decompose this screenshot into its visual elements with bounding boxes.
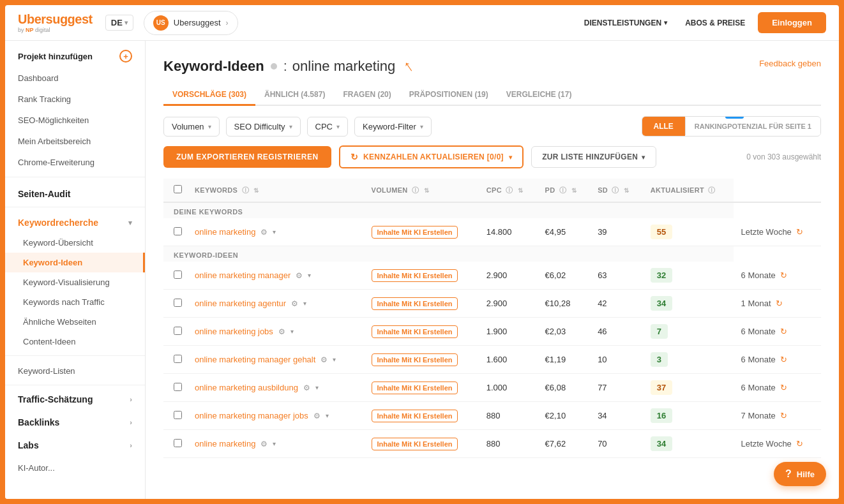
row-checkbox[interactable] [174, 327, 182, 335]
chevron-down-icon[interactable]: ▾ [303, 300, 306, 307]
tools-icon[interactable]: ⚙ [313, 411, 320, 420]
sort-icon[interactable]: ⇅ [571, 187, 576, 194]
view-alle-button[interactable]: ALLE [642, 117, 685, 136]
volumen-filter[interactable]: Volumen ▾ [163, 117, 220, 137]
keyword-filter[interactable]: Keyword-Filter ▾ [354, 117, 432, 137]
view-ranking-button[interactable]: RANKINGPOTENZIAL FÜR SEITE 1 [685, 117, 820, 135]
refresh-icon[interactable]: ↻ [780, 271, 787, 280]
logo[interactable]: Ubersuggest by NP digital [18, 12, 93, 33]
sidebar-item-dashboard[interactable]: Dashboard [5, 68, 145, 89]
tab-vorschlaege[interactable]: VORSCHLÄGE (303) [163, 85, 255, 106]
sidebar-section-labs[interactable]: Labs › [5, 434, 145, 457]
tab-praepositionen[interactable]: PRÄPOSITIONEN (19) [400, 85, 497, 106]
sidebar-item-mein-arbeitsbereich[interactable]: Mein Arbeitsbereich [5, 131, 145, 152]
sort-icon[interactable]: ⇅ [518, 187, 523, 194]
tools-icon[interactable]: ⚙ [278, 327, 285, 336]
keyword-link[interactable]: online marketing agentur [195, 299, 286, 308]
row-checkbox[interactable] [174, 355, 182, 363]
help-button[interactable]: ? Hilfe [774, 462, 826, 486]
sidebar-item-keyword-uebersicht[interactable]: Keyword-Übersicht [5, 233, 145, 253]
refresh-icon[interactable]: ↻ [796, 227, 803, 237]
tab-aehnlich[interactable]: ÄHNLICH (4.587) [255, 85, 334, 106]
add-list-button[interactable]: ZUR LISTE HINZUFÜGEN ▾ [531, 146, 656, 168]
export-register-button[interactable]: ZUM EXPORTIEREN REGISTRIEREN [163, 146, 331, 168]
ai-button[interactable]: Inhalte Mit KI Erstellen [372, 269, 458, 282]
sidebar-item-aehnliche-webseiten[interactable]: Ähnliche Webseiten [5, 312, 145, 332]
refresh-icon[interactable]: ↻ [780, 327, 787, 336]
refresh-icon[interactable]: ↻ [780, 411, 787, 420]
chevron-down-icon[interactable]: ▾ [315, 384, 319, 391]
tools-icon[interactable]: ⚙ [291, 299, 298, 308]
add-project-button[interactable]: + [119, 50, 132, 63]
ai-button[interactable]: Inhalte Mit KI Erstellen [372, 226, 458, 239]
ai-button[interactable]: Inhalte Mit KI Erstellen [372, 438, 458, 450]
chevron-right-icon: › [130, 419, 132, 426]
sort-icon[interactable]: ⇅ [253, 187, 259, 194]
chevron-down-icon[interactable]: ▾ [290, 328, 294, 335]
ai-button[interactable]: Inhalte Mit KI Erstellen [372, 382, 458, 394]
row-checkbox[interactable] [174, 271, 182, 279]
lang-selector[interactable]: DE ▾ [105, 15, 133, 31]
chevron-down-icon[interactable]: ▾ [326, 412, 329, 419]
project-pill[interactable]: US Ubersuggest › [144, 11, 238, 35]
row-checkbox[interactable] [174, 411, 182, 419]
sidebar-item-content-ideen[interactable]: Content-Ideen [5, 332, 145, 352]
chevron-down-icon[interactable]: ▾ [273, 228, 276, 235]
keyword-link[interactable]: online marketing manager gehalt [195, 355, 315, 364]
tab-fragen[interactable]: FRAGEN (20) [334, 85, 400, 106]
chevron-down-icon[interactable]: ▾ [308, 272, 311, 279]
refresh-icon[interactable]: ↻ [780, 383, 787, 392]
table-row: online marketing ⚙ ▾ Inhalte Mit KI Erst… [163, 430, 821, 458]
abos-link[interactable]: ABOS & PREISE [680, 16, 750, 30]
sidebar-item-seo-moeglichkeiten[interactable]: SEO-Möglichkeiten [5, 110, 145, 131]
chevron-down-icon: ▾ [509, 154, 512, 161]
sidebar-section-traffic-schaetzung[interactable]: Traffic-Schätzung › [5, 388, 145, 411]
ai-button[interactable]: Inhalte Mit KI Erstellen [372, 410, 458, 422]
keyword-link[interactable]: online marketing manager jobs [195, 411, 308, 420]
ai-button[interactable]: Inhalte Mit KI Erstellen [372, 325, 458, 338]
sort-icon[interactable]: ⇅ [424, 187, 429, 194]
seo-difficulty-filter[interactable]: SEO Difficulty ▾ [226, 117, 301, 137]
sidebar-section-backlinks[interactable]: Backlinks › [5, 411, 145, 434]
keyword-link[interactable]: online marketing [195, 227, 255, 237]
sidebar-item-keyword-visualisierung[interactable]: Keyword-Visualisierung [5, 272, 145, 292]
chevron-down-icon[interactable]: ▾ [273, 440, 276, 447]
select-all-checkbox[interactable] [174, 185, 182, 193]
sidebar-item-ki-autor[interactable]: KI-Autor... [5, 457, 145, 479]
dienstleistungen-menu[interactable]: DIENSTLEISTUNGEN ▾ [579, 16, 672, 30]
keyword-link[interactable]: online marketing manager [195, 271, 290, 280]
tools-icon[interactable]: ⚙ [296, 271, 303, 280]
feedback-link[interactable]: Feedback geben [759, 59, 821, 68]
keyword-link[interactable]: online marketing ausbildung [195, 383, 298, 392]
sidebar-item-keyword-listen[interactable]: Keyword-Listen [5, 360, 145, 382]
row-checkbox[interactable] [174, 383, 182, 391]
tools-icon[interactable]: ⚙ [260, 440, 268, 448]
sidebar-item-chrome-erweiterung[interactable]: Chrome-Erweiterung [5, 152, 145, 173]
sort-icon[interactable]: ⇅ [624, 187, 629, 194]
row-checkbox[interactable] [174, 299, 182, 307]
sidebar-item-keywords-nach-traffic[interactable]: Keywords nach Traffic [5, 292, 145, 312]
refresh-icon[interactable]: ↻ [780, 355, 787, 364]
login-button[interactable]: Einloggen [758, 12, 826, 33]
sidebar-section-seiten-audit[interactable]: Seiten-Audit [5, 181, 145, 204]
refresh-icon[interactable]: ↻ [796, 439, 803, 448]
keyword-link[interactable]: online marketing jobs [195, 327, 273, 336]
row-checkbox[interactable] [174, 439, 182, 447]
sidebar-item-rank-tracking[interactable]: Rank Tracking [5, 89, 145, 110]
row-checkbox[interactable] [174, 227, 182, 235]
tab-vergleiche[interactable]: VERGLEICHE (17) [497, 85, 581, 106]
tools-icon[interactable]: ⚙ [303, 383, 310, 392]
sd-badge: 55 [651, 225, 672, 239]
col-keywords: KEYWORDS [195, 186, 237, 194]
sidebar-section-keywordrecherche[interactable]: Keywordrecherche ▾ [5, 210, 145, 233]
tools-icon[interactable]: ⚙ [260, 228, 268, 237]
ai-button[interactable]: Inhalte Mit KI Erstellen [372, 297, 458, 310]
ai-button[interactable]: Inhalte Mit KI Erstellen [372, 353, 458, 366]
refresh-icon[interactable]: ↻ [776, 299, 783, 308]
sidebar-item-keyword-ideen[interactable]: Keyword-Ideen [5, 253, 145, 272]
refresh-button[interactable]: ↻ KENNZAHLEN AKTUALISIEREN [0/0] ▾ [339, 145, 524, 168]
cpc-filter[interactable]: CPC ▾ [307, 117, 348, 137]
keyword-link[interactable]: online marketing [195, 439, 255, 448]
tools-icon[interactable]: ⚙ [320, 355, 328, 364]
chevron-down-icon[interactable]: ▾ [333, 356, 336, 363]
